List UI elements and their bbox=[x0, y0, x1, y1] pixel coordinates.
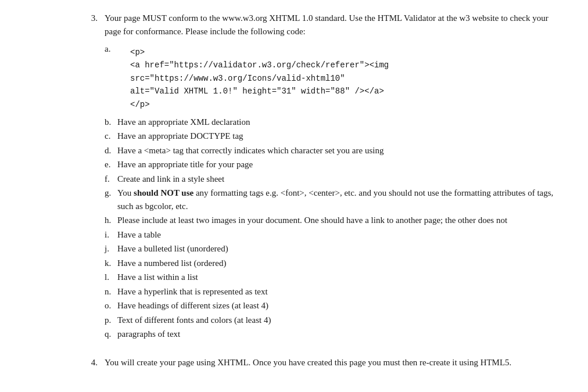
sub-list-item: j.Have a bulleted list (unordered) bbox=[105, 242, 565, 256]
sub-item-text: Have a numbered list (ordered) bbox=[117, 257, 565, 270]
code-line: <p> bbox=[130, 48, 145, 57]
sub-item-text: Have an appropriate title for your page bbox=[117, 158, 565, 171]
sub-item-content: Have a numbered list (ordered) bbox=[117, 257, 565, 270]
item-content: You will create your page using XHTML. O… bbox=[105, 356, 565, 369]
sub-list-item: e.Have an appropriate title for your pag… bbox=[105, 158, 565, 171]
sub-list: a.<p> <a href="https://validator.w3.org/… bbox=[105, 42, 565, 341]
sub-item-content: Have a table bbox=[117, 228, 565, 242]
sub-item-label: c. bbox=[105, 130, 117, 143]
sub-item-text: Have a <meta> tag that correctly indicat… bbox=[117, 144, 565, 157]
sub-item-text: Have an appropriate DOCTYPE tag bbox=[117, 130, 565, 143]
sub-list-item: g.You should NOT use any formatting tags… bbox=[105, 186, 565, 213]
sub-item-label: q. bbox=[105, 328, 117, 341]
sub-item-content: Please include at least two images in yo… bbox=[117, 214, 565, 227]
code-block: <p> <a href="https://validator.w3.org/ch… bbox=[130, 46, 565, 111]
sub-list-item: o.Have headings of different sizes (at l… bbox=[105, 299, 565, 312]
sub-item-label: b. bbox=[105, 116, 117, 129]
sub-item-text: Have a bulleted list (unordered) bbox=[117, 242, 565, 256]
sub-item-text: Have a list within a list bbox=[117, 271, 565, 284]
bold-text: should NOT use bbox=[134, 188, 193, 197]
sub-item-content: Have an appropriate title for your page bbox=[117, 158, 565, 171]
sub-item-label: g. bbox=[105, 186, 117, 213]
sub-list-item: p.Text of different fonts and colors (at… bbox=[105, 314, 565, 327]
sub-item-content: Have an appropriate XML declaration bbox=[117, 116, 565, 129]
sub-item-content: Have a hyperlink that is represented as … bbox=[117, 285, 565, 299]
sub-item-content: Text of different fonts and colors (at l… bbox=[117, 314, 565, 327]
sub-list-item: k.Have a numbered list (ordered) bbox=[105, 257, 565, 270]
sub-item-content: Have a <meta> tag that correctly indicat… bbox=[117, 144, 565, 157]
sub-item-label: i. bbox=[105, 228, 117, 242]
sub-list-item: b.Have an appropriate XML declaration bbox=[105, 116, 565, 129]
sub-item-content: You should NOT use any formatting tags e… bbox=[117, 186, 565, 213]
sub-item-content: Create and link in a style sheet bbox=[117, 172, 565, 186]
sub-item-content: Have a bulleted list (unordered) bbox=[117, 242, 565, 256]
sub-item-content: Have headings of different sizes (at lea… bbox=[117, 299, 565, 312]
item-content: Your page MUST conform to the www.w3.org… bbox=[105, 12, 565, 342]
sub-item-content: paragraphs of text bbox=[117, 328, 565, 341]
sub-list-item: f.Create and link in a style sheet bbox=[105, 172, 565, 186]
sub-item-label: e. bbox=[105, 158, 117, 171]
sub-item-text: Have headings of different sizes (at lea… bbox=[117, 299, 565, 312]
code-line: </p> bbox=[130, 100, 150, 109]
sub-list-item: d.Have a <meta> tag that correctly indic… bbox=[105, 144, 565, 157]
sub-item-text: Have a table bbox=[117, 228, 565, 242]
sub-item-label: h. bbox=[105, 214, 117, 227]
sub-item-text: Have an appropriate XML declaration bbox=[117, 116, 565, 129]
mixed-text: You should NOT use any formatting tags e… bbox=[117, 186, 565, 213]
sub-item-label: l. bbox=[105, 271, 117, 284]
item-intro: You will create your page using XHTML. O… bbox=[105, 356, 565, 369]
sub-list-item: q.paragraphs of text bbox=[105, 328, 565, 341]
sub-list-item: c.Have an appropriate DOCTYPE tag bbox=[105, 130, 565, 143]
code-line: src="https://www.w3.org/Icons/valid-xhtm… bbox=[130, 74, 345, 83]
sub-list-item: n.Have a hyperlink that is represented a… bbox=[105, 285, 565, 299]
sub-item-label: k. bbox=[105, 257, 117, 270]
sub-list-item: h.Please include at least two images in … bbox=[105, 214, 565, 227]
sub-item-label: f. bbox=[105, 172, 117, 186]
sub-item-label: p. bbox=[105, 314, 117, 327]
sub-item-text: paragraphs of text bbox=[117, 328, 565, 341]
sub-item-label: n. bbox=[105, 285, 117, 299]
sub-item-text: Please include at least two images in yo… bbox=[117, 214, 565, 227]
sub-item-content: Have an appropriate DOCTYPE tag bbox=[117, 130, 565, 143]
sub-item-label: o. bbox=[105, 299, 117, 312]
list-item: 4.You will create your page using XHTML.… bbox=[70, 356, 565, 369]
sub-item-text: Create and link in a style sheet bbox=[117, 172, 565, 186]
sub-item-label: a. bbox=[105, 42, 117, 114]
sub-list-item: l.Have a list within a list bbox=[105, 271, 565, 284]
main-list: 3.Your page MUST conform to the www.w3.o… bbox=[70, 12, 565, 369]
sub-item-content: <p> <a href="https://validator.w3.org/ch… bbox=[117, 42, 565, 114]
sub-item-text: Text of different fonts and colors (at l… bbox=[117, 314, 565, 327]
code-line: alt="Valid XHTML 1.0!" height="31" width… bbox=[130, 87, 384, 96]
sub-item-label: d. bbox=[105, 144, 117, 157]
sub-list-item: i.Have a table bbox=[105, 228, 565, 242]
sub-item-label: j. bbox=[105, 242, 117, 256]
list-item: 3.Your page MUST conform to the www.w3.o… bbox=[70, 12, 565, 342]
sub-item-text: Have a hyperlink that is represented as … bbox=[117, 285, 565, 299]
sub-item-content: Have a list within a list bbox=[117, 271, 565, 284]
item-number: 4. bbox=[70, 356, 105, 369]
sub-list-item: a.<p> <a href="https://validator.w3.org/… bbox=[105, 42, 565, 114]
code-line: <a href="https://validator.w3.org/check/… bbox=[130, 60, 389, 70]
item-intro: Your page MUST conform to the www.w3.org… bbox=[105, 12, 565, 38]
item-number: 3. bbox=[70, 12, 105, 342]
